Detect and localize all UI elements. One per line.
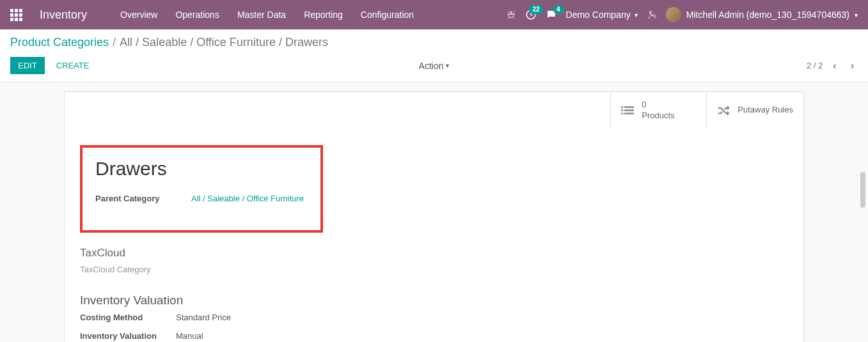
shuffle-icon	[717, 105, 730, 116]
valuation-section-title: Inventory Valuation	[80, 293, 788, 307]
inventory-valuation-row: Inventory Valuation Manual	[80, 331, 788, 341]
parent-category-link[interactable]: All / Saleable / Office Furniture	[191, 194, 304, 203]
products-stat-button[interactable]: 0 Products	[610, 92, 706, 129]
form-sheet: 0 Products Putaway Rules Drawers Parent …	[64, 91, 804, 342]
costing-method-row: Costing Method Standard Price	[80, 313, 788, 322]
putaway-label: Putaway Rules	[738, 105, 793, 116]
clock-icon[interactable]: 22	[525, 9, 537, 20]
taxcloud-category-label: TaxCloud Category	[80, 265, 788, 274]
nav-overview[interactable]: Overview	[113, 4, 165, 25]
breadcrumb-sep: /	[113, 36, 116, 49]
svg-rect-6	[624, 113, 634, 114]
app-brand[interactable]: Inventory	[40, 8, 87, 22]
pager-prev[interactable]: ‹	[829, 59, 840, 73]
chevron-down-icon: ▾	[446, 62, 449, 69]
pager-next[interactable]: ›	[847, 59, 858, 73]
breadcrumb-current: All / Saleable / Office Furniture / Draw…	[120, 36, 328, 49]
inventory-valuation-label: Inventory Valuation	[80, 331, 176, 341]
svg-rect-3	[621, 109, 623, 111]
edit-button[interactable]: EDIT	[10, 57, 45, 74]
bug-icon[interactable]	[506, 10, 516, 20]
products-label: Products	[642, 111, 674, 121]
taxcloud-section-title: TaxCloud	[80, 247, 788, 260]
control-bar: EDIT CREATE Action ▾ 2 / 2 ‹ ›	[0, 52, 868, 82]
company-selector[interactable]: Demo Company ▾	[566, 10, 638, 20]
chevron-down-icon: ▾	[855, 12, 858, 19]
action-dropdown[interactable]: Action ▾	[419, 61, 450, 71]
nav-master-data[interactable]: Master Data	[230, 4, 294, 25]
company-name: Demo Company	[566, 10, 631, 20]
inventory-valuation-value: Manual	[176, 331, 203, 341]
topbar: Inventory Overview Operations Master Dat…	[0, 0, 868, 29]
content-area: 0 Products Putaway Rules Drawers Parent …	[0, 82, 868, 342]
costing-method-label: Costing Method	[80, 313, 176, 322]
chevron-down-icon: ▾	[635, 12, 638, 19]
apps-icon[interactable]	[10, 9, 22, 20]
svg-rect-4	[624, 109, 634, 111]
breadcrumb-bar: Product Categories / All / Saleable / Of…	[0, 29, 868, 52]
parent-category-label: Parent Category	[95, 194, 191, 203]
parent-category-row: Parent Category All / Saleable / Office …	[95, 194, 308, 203]
user-name: Mitchell Admin (demo_130_1594704663)	[686, 10, 849, 20]
tools-icon[interactable]	[647, 10, 657, 20]
svg-rect-2	[624, 106, 634, 108]
clock-badge: 22	[529, 5, 542, 14]
nav-reporting[interactable]: Reporting	[296, 4, 351, 25]
avatar	[666, 7, 681, 22]
products-count: 0	[642, 100, 674, 111]
putaway-stat-button[interactable]: Putaway Rules	[706, 92, 803, 129]
chat-badge: 4	[553, 5, 564, 14]
nav-operations[interactable]: Operations	[168, 4, 226, 25]
main-nav: Overview Operations Master Data Reportin…	[113, 4, 422, 25]
create-button[interactable]: CREATE	[50, 57, 96, 74]
svg-rect-5	[621, 113, 623, 114]
svg-rect-1	[621, 106, 623, 108]
list-icon	[621, 105, 634, 116]
chat-icon[interactable]: 4	[546, 9, 557, 20]
form-body: Drawers Parent Category All / Saleable /…	[65, 130, 803, 342]
highlight-box: Drawers Parent Category All / Saleable /…	[80, 145, 323, 233]
pager: 2 / 2 ‹ ›	[807, 59, 858, 73]
breadcrumb: Product Categories / All / Saleable / Of…	[10, 36, 858, 49]
record-title: Drawers	[95, 158, 308, 180]
costing-method-value: Standard Price	[176, 313, 231, 322]
nav-configuration[interactable]: Configuration	[353, 4, 422, 25]
stat-buttons: 0 Products Putaway Rules	[65, 92, 803, 130]
pager-text: 2 / 2	[807, 61, 823, 70]
action-label: Action	[419, 61, 444, 71]
breadcrumb-root[interactable]: Product Categories	[10, 36, 109, 49]
user-menu[interactable]: Mitchell Admin (demo_130_1594704663) ▾	[666, 7, 858, 22]
scrollbar[interactable]	[860, 172, 865, 208]
